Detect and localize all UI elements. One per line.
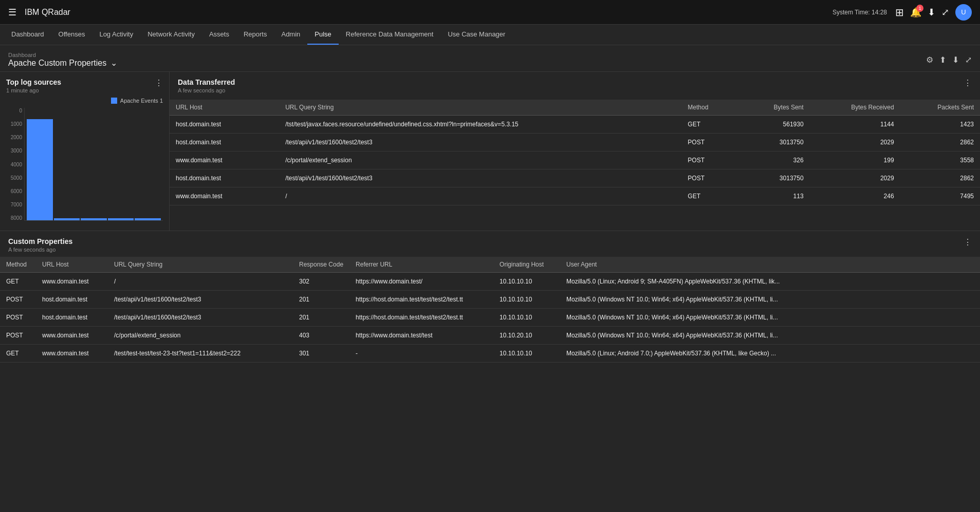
data-transferred-header-row: URL Host URL Query String Method Bytes S… [170,100,980,116]
cp-useragent-1: Mozilla/5.0 (Windows NT 10.0; Win64; x64… [560,291,980,309]
y-axis-label-0: 0 [6,108,22,113]
bar-4 [108,218,134,220]
nav-item-dashboard[interactable]: Dashboard [4,24,51,45]
nav-item-log-activity[interactable]: Log Activity [92,24,140,45]
cp-respcode-1: 201 [293,291,349,309]
dashboard-header: Dashboard Apache Custom Properties ⌄ ⚙ ⬆… [0,45,980,72]
cp-urlhost-3: www.domain.test [36,327,108,345]
dt-method-4: GET [681,187,741,205]
data-transferred-menu-icon[interactable]: ⋮ [964,78,972,88]
dt-bytes-sent-1: 3013750 [741,134,810,151]
panel-menu-icon[interactable]: ⋮ [155,78,163,88]
avatar[interactable]: U [955,4,972,21]
col-packets-sent: Packets Sent [900,100,980,116]
y-axis: 8000 7000 6000 5000 4000 3000 2000 1000 … [6,108,24,221]
data-transferred-row: host.domain.test /tst/test/javax.faces.r… [170,116,980,134]
nav-item-pulse[interactable]: Pulse [307,24,339,45]
y-axis-label-3000: 3000 [6,148,22,154]
settings-icon[interactable]: ⚙ [926,55,933,65]
legend-label: Apache Events 1 [120,98,163,104]
nav-item-network-activity[interactable]: Network Activity [140,24,202,45]
cp-urlhost-1: host.domain.test [36,291,108,309]
bar-5 [135,218,161,220]
expand-icon[interactable]: ⤢ [941,7,949,18]
nav-item-reference-data[interactable]: Reference Data Management [339,24,441,45]
dt-url-host-4: www.domain.test [170,187,279,205]
bar-3 [81,218,107,220]
y-axis-label-1000: 1000 [6,121,22,127]
apps-icon[interactable]: ⊞ [895,6,904,18]
share-icon[interactable]: ⬆ [939,55,946,65]
nav-item-use-case-manager[interactable]: Use Case Manager [440,24,512,45]
dt-bytes-received-1: 2029 [810,134,900,151]
cp-urlquery-4: /test/test-test/test-23-tst?test1=111&te… [108,345,293,363]
notification-icon[interactable]: 🔔 1 [910,7,921,18]
data-transferred-row: host.domain.test /test/api/v1/test/1600/… [170,134,980,151]
data-transferred-row: host.domain.test /test/api/v1/test/1600/… [170,169,980,187]
nav-item-assets[interactable]: Assets [202,24,236,45]
dt-bytes-received-3: 2029 [810,169,900,187]
dt-bytes-sent-3: 3013750 [741,169,810,187]
y-axis-label-4000: 4000 [6,162,22,167]
custom-properties-row: POST www.domain.test /c/portal/extend_se… [0,327,980,345]
custom-properties-menu-icon[interactable]: ⋮ [964,237,972,247]
nav-item-reports[interactable]: Reports [236,24,274,45]
col-referrer-header: Referrer URL [349,257,493,273]
cp-method-4: GET [0,345,36,363]
bar-2 [54,218,80,220]
dt-bytes-received-0: 1144 [810,116,900,134]
export-icon[interactable]: ⬇ [952,55,959,65]
cp-method-3: POST [0,327,36,345]
dt-url-host-2: www.domain.test [170,151,279,169]
top-bar-left: ☰ IBM QRadar [8,7,70,18]
data-transferred-table: URL Host URL Query String Method Bytes S… [170,100,980,205]
nav-item-offenses[interactable]: Offenses [51,24,93,45]
cp-respcode-3: 403 [293,327,349,345]
data-transferred-table-scroll[interactable]: URL Host URL Query String Method Bytes S… [170,100,980,205]
fullscreen-icon[interactable]: ⤢ [965,55,972,65]
brand-label: IBM QRadar [25,8,70,17]
custom-properties-table-scroll[interactable]: Method URL Host URL Query String Respons… [0,257,980,363]
cp-useragent-2: Mozilla/5.0 (Windows NT 10.0; Win64; x64… [560,309,980,327]
top-panels: Top log sources 1 minute ago ⋮ Apache Ev… [0,72,980,231]
dt-method-0: GET [681,116,741,134]
custom-properties-subtitle: A few seconds ago [8,246,72,253]
data-transferred-row: www.domain.test /c/portal/extend_session… [170,151,980,169]
custom-properties-header: Custom Properties A few seconds ago ⋮ [0,231,980,257]
cp-referrer-2: https://host.domain.test/test/test2/test… [349,309,493,327]
custom-properties-title: Custom Properties [8,237,72,245]
dashboard-title-text: Apache Custom Properties [8,59,106,68]
cp-orighost-0: 10.10.10.10 [493,273,560,291]
download-icon[interactable]: ⬇ [928,7,935,18]
dt-bytes-received-4: 246 [810,187,900,205]
y-axis-label-6000: 6000 [6,188,22,194]
chart-bars [24,108,163,221]
data-transferred-panel: Data Transferred A few seconds ago ⋮ URL… [170,72,980,231]
nav-item-admin[interactable]: Admin [274,24,307,45]
cp-useragent-4: Mozilla/5.0 (Linux; Android 7.0;) AppleW… [560,345,980,363]
dt-url-query-3: /test/api/v1/test/1600/test2/test3 [279,169,681,187]
top-log-sources-subtitle: 1 minute ago [6,87,163,93]
breadcrumb[interactable]: Dashboard [8,52,117,58]
hamburger-icon[interactable]: ☰ [8,7,16,18]
y-axis-label-2000: 2000 [6,135,22,140]
dt-url-host-3: host.domain.test [170,169,279,187]
chevron-down-icon[interactable]: ⌄ [110,58,117,68]
custom-properties-row: GET www.domain.test / 302 https://www.do… [0,273,980,291]
cp-orighost-3: 10.10.20.10 [493,327,560,345]
cp-respcode-2: 201 [293,309,349,327]
cp-urlhost-4: www.domain.test [36,345,108,363]
dt-packets-sent-4: 7495 [900,187,980,205]
top-bar-icons: ⊞ 🔔 1 ⬇ ⤢ U [895,4,972,21]
top-bar-right: System Time: 14:28 ⊞ 🔔 1 ⬇ ⤢ U [833,4,972,21]
custom-properties-panel: Custom Properties A few seconds ago ⋮ Me… [0,231,980,512]
col-bytes-received: Bytes Received [810,100,900,116]
dt-url-host-0: host.domain.test [170,116,279,134]
custom-properties-table: Method URL Host URL Query String Respons… [0,257,980,363]
chart-legend: Apache Events 1 [111,98,163,104]
data-transferred-subtitle: A few seconds ago [178,87,235,93]
cp-orighost-4: 10.10.10.10 [493,345,560,363]
legend-color-box [111,98,117,104]
dt-url-query-0: /tst/test/javax.faces.resource/undefined… [279,116,681,134]
col-method: Method [681,100,741,116]
